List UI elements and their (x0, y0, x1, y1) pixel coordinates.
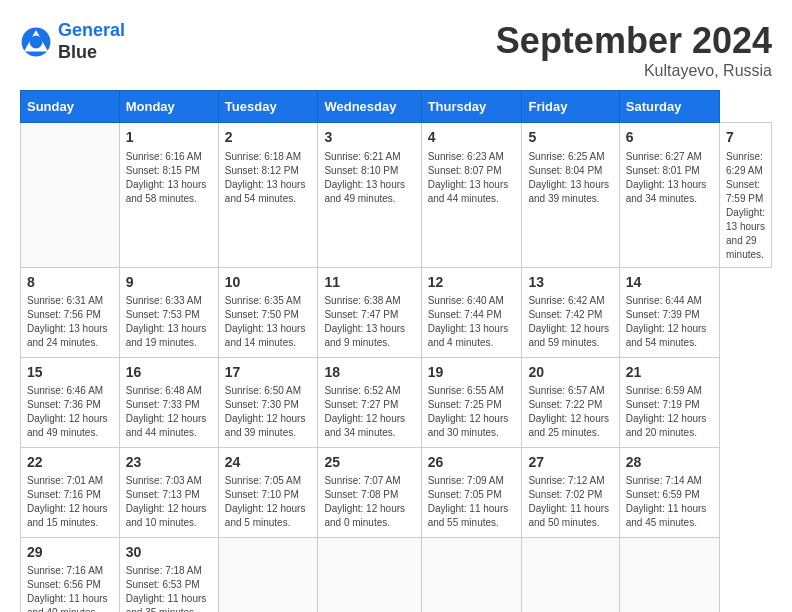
logo-text: General Blue (58, 20, 125, 63)
calendar-table: SundayMondayTuesdayWednesdayThursdayFrid… (20, 90, 772, 612)
day-info: Sunrise: 6:33 AMSunset: 7:53 PMDaylight:… (126, 294, 212, 350)
calendar-cell: 25Sunrise: 7:07 AMSunset: 7:08 PMDayligh… (318, 447, 421, 537)
calendar-cell: 27Sunrise: 7:12 AMSunset: 7:02 PMDayligh… (522, 447, 619, 537)
day-info: Sunrise: 6:27 AMSunset: 8:01 PMDaylight:… (626, 150, 713, 206)
day-header-monday: Monday (119, 91, 218, 123)
calendar-cell: 17Sunrise: 6:50 AMSunset: 7:30 PMDayligh… (218, 357, 318, 447)
calendar-cell: 29Sunrise: 7:16 AMSunset: 6:56 PMDayligh… (21, 537, 120, 612)
calendar-cell: 15Sunrise: 6:46 AMSunset: 7:36 PMDayligh… (21, 357, 120, 447)
calendar-cell: 28Sunrise: 7:14 AMSunset: 6:59 PMDayligh… (619, 447, 719, 537)
day-number: 21 (626, 363, 713, 383)
page-header: General Blue September 2024 Kultayevo, R… (20, 20, 772, 80)
day-info: Sunrise: 6:16 AMSunset: 8:15 PMDaylight:… (126, 150, 212, 206)
day-number: 14 (626, 273, 713, 293)
day-number: 28 (626, 453, 713, 473)
day-info: Sunrise: 6:57 AMSunset: 7:22 PMDaylight:… (528, 384, 612, 440)
day-header-thursday: Thursday (421, 91, 522, 123)
calendar-cell: 9Sunrise: 6:33 AMSunset: 7:53 PMDaylight… (119, 267, 218, 357)
day-number: 26 (428, 453, 516, 473)
day-info: Sunrise: 7:07 AMSunset: 7:08 PMDaylight:… (324, 474, 414, 530)
day-number: 6 (626, 128, 713, 148)
day-number: 22 (27, 453, 113, 473)
day-number: 10 (225, 273, 312, 293)
day-number: 16 (126, 363, 212, 383)
day-number: 1 (126, 128, 212, 148)
day-info: Sunrise: 7:09 AMSunset: 7:05 PMDaylight:… (428, 474, 516, 530)
calendar-cell: 1Sunrise: 6:16 AMSunset: 8:15 PMDaylight… (119, 123, 218, 268)
week-row-4: 22Sunrise: 7:01 AMSunset: 7:16 PMDayligh… (21, 447, 772, 537)
calendar-cell: 24Sunrise: 7:05 AMSunset: 7:10 PMDayligh… (218, 447, 318, 537)
day-info: Sunrise: 6:52 AMSunset: 7:27 PMDaylight:… (324, 384, 414, 440)
title-block: September 2024 Kultayevo, Russia (496, 20, 772, 80)
day-number: 27 (528, 453, 612, 473)
calendar-cell: 21Sunrise: 6:59 AMSunset: 7:19 PMDayligh… (619, 357, 719, 447)
calendar-cell: 8Sunrise: 6:31 AMSunset: 7:56 PMDaylight… (21, 267, 120, 357)
day-number: 7 (726, 128, 765, 148)
day-number: 15 (27, 363, 113, 383)
calendar-cell (619, 537, 719, 612)
calendar-cell: 12Sunrise: 6:40 AMSunset: 7:44 PMDayligh… (421, 267, 522, 357)
day-number: 11 (324, 273, 414, 293)
calendar-cell: 30Sunrise: 7:18 AMSunset: 6:53 PMDayligh… (119, 537, 218, 612)
week-row-5: 29Sunrise: 7:16 AMSunset: 6:56 PMDayligh… (21, 537, 772, 612)
calendar-cell: 10Sunrise: 6:35 AMSunset: 7:50 PMDayligh… (218, 267, 318, 357)
day-info: Sunrise: 6:31 AMSunset: 7:56 PMDaylight:… (27, 294, 113, 350)
day-info: Sunrise: 7:03 AMSunset: 7:13 PMDaylight:… (126, 474, 212, 530)
day-info: Sunrise: 7:05 AMSunset: 7:10 PMDaylight:… (225, 474, 312, 530)
calendar-cell: 16Sunrise: 6:48 AMSunset: 7:33 PMDayligh… (119, 357, 218, 447)
day-info: Sunrise: 6:38 AMSunset: 7:47 PMDaylight:… (324, 294, 414, 350)
calendar-cell: 13Sunrise: 6:42 AMSunset: 7:42 PMDayligh… (522, 267, 619, 357)
calendar-cell (522, 537, 619, 612)
week-row-3: 15Sunrise: 6:46 AMSunset: 7:36 PMDayligh… (21, 357, 772, 447)
calendar-cell: 2Sunrise: 6:18 AMSunset: 8:12 PMDaylight… (218, 123, 318, 268)
day-info: Sunrise: 6:42 AMSunset: 7:42 PMDaylight:… (528, 294, 612, 350)
day-number: 18 (324, 363, 414, 383)
week-row-1: 1Sunrise: 6:16 AMSunset: 8:15 PMDaylight… (21, 123, 772, 268)
day-header-saturday: Saturday (619, 91, 719, 123)
calendar-cell: 19Sunrise: 6:55 AMSunset: 7:25 PMDayligh… (421, 357, 522, 447)
day-header-wednesday: Wednesday (318, 91, 421, 123)
day-info: Sunrise: 7:14 AMSunset: 6:59 PMDaylight:… (626, 474, 713, 530)
day-info: Sunrise: 6:18 AMSunset: 8:12 PMDaylight:… (225, 150, 312, 206)
calendar-cell (318, 537, 421, 612)
day-info: Sunrise: 7:01 AMSunset: 7:16 PMDaylight:… (27, 474, 113, 530)
day-header-sunday: Sunday (21, 91, 120, 123)
calendar-cell (21, 123, 120, 268)
day-info: Sunrise: 6:50 AMSunset: 7:30 PMDaylight:… (225, 384, 312, 440)
day-number: 3 (324, 128, 414, 148)
day-number: 5 (528, 128, 612, 148)
calendar-cell: 4Sunrise: 6:23 AMSunset: 8:07 PMDaylight… (421, 123, 522, 268)
day-number: 9 (126, 273, 212, 293)
day-info: Sunrise: 7:18 AMSunset: 6:53 PMDaylight:… (126, 564, 212, 612)
calendar-cell (218, 537, 318, 612)
day-info: Sunrise: 7:12 AMSunset: 7:02 PMDaylight:… (528, 474, 612, 530)
day-info: Sunrise: 6:59 AMSunset: 7:19 PMDaylight:… (626, 384, 713, 440)
day-info: Sunrise: 6:46 AMSunset: 7:36 PMDaylight:… (27, 384, 113, 440)
day-info: Sunrise: 6:29 AMSunset: 7:59 PMDaylight:… (726, 150, 765, 262)
calendar-cell: 26Sunrise: 7:09 AMSunset: 7:05 PMDayligh… (421, 447, 522, 537)
calendar-cell: 22Sunrise: 7:01 AMSunset: 7:16 PMDayligh… (21, 447, 120, 537)
day-number: 24 (225, 453, 312, 473)
header-row: SundayMondayTuesdayWednesdayThursdayFrid… (21, 91, 772, 123)
week-row-2: 8Sunrise: 6:31 AMSunset: 7:56 PMDaylight… (21, 267, 772, 357)
calendar-cell: 23Sunrise: 7:03 AMSunset: 7:13 PMDayligh… (119, 447, 218, 537)
day-number: 25 (324, 453, 414, 473)
logo-icon (20, 26, 52, 58)
day-number: 23 (126, 453, 212, 473)
day-info: Sunrise: 6:21 AMSunset: 8:10 PMDaylight:… (324, 150, 414, 206)
calendar-cell (421, 537, 522, 612)
day-number: 8 (27, 273, 113, 293)
day-info: Sunrise: 7:16 AMSunset: 6:56 PMDaylight:… (27, 564, 113, 612)
calendar-cell: 14Sunrise: 6:44 AMSunset: 7:39 PMDayligh… (619, 267, 719, 357)
day-info: Sunrise: 6:44 AMSunset: 7:39 PMDaylight:… (626, 294, 713, 350)
calendar-cell: 11Sunrise: 6:38 AMSunset: 7:47 PMDayligh… (318, 267, 421, 357)
day-info: Sunrise: 6:40 AMSunset: 7:44 PMDaylight:… (428, 294, 516, 350)
day-number: 13 (528, 273, 612, 293)
calendar-cell: 6Sunrise: 6:27 AMSunset: 8:01 PMDaylight… (619, 123, 719, 268)
day-number: 30 (126, 543, 212, 563)
day-info: Sunrise: 6:25 AMSunset: 8:04 PMDaylight:… (528, 150, 612, 206)
day-info: Sunrise: 6:55 AMSunset: 7:25 PMDaylight:… (428, 384, 516, 440)
location: Kultayevo, Russia (496, 62, 772, 80)
day-number: 17 (225, 363, 312, 383)
day-number: 12 (428, 273, 516, 293)
